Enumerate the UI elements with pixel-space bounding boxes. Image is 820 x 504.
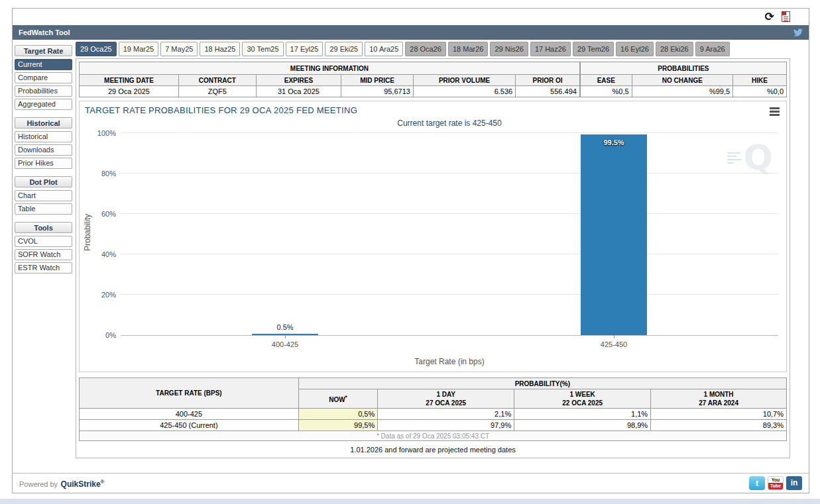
table-row: 425-450 (Current)99,5%97,9%98,9%89,3% [80,420,787,431]
meeting-info-value: ZQF5 [179,86,257,97]
table-row: %0,5%99,5%0,0 [580,86,786,97]
tab-18-mar26[interactable]: 18 Mar26 [448,42,488,56]
chart-title: TARGET RATE PROBABILITIES FOR 29 OCA 202… [85,105,357,115]
probability-cell: 97,9% [378,420,514,431]
tab-17-haz26[interactable]: 17 Haz26 [530,42,571,56]
refresh-icon[interactable]: ⟳ [765,9,774,24]
sidebar-item-downloads[interactable]: Downloads [15,144,72,156]
linkedin-social-icon[interactable]: in [786,476,802,490]
data-as-of-note: * Data as of 29 Oca 2025 03:05:43 CT [80,431,787,441]
bar-value-label: 99.5% [603,138,624,146]
tab-10-ara25[interactable]: 10 Ara25 [365,42,403,56]
col-header-contract: CONTRACT [179,75,257,86]
table-row: 400-4250,5%2,1%1,1%10,7% [80,409,787,420]
col-header-now: NOW* [298,389,378,409]
probability-value: %99,5 [632,86,732,97]
meeting-info-value: 95,6713 [341,86,414,97]
quikstrike-watermark-icon: Q [727,142,773,174]
tab-29-tem26[interactable]: 29 Tem26 [573,42,614,56]
sidebar-item-prior-hikes[interactable]: Prior Hikes [15,158,72,169]
x-tick [614,335,615,338]
info-row: MEETING INFORMATIONMEETING DATECONTRACTE… [79,62,787,97]
projected-dates-note: 1.01.2026 and forward are projected meet… [79,441,787,455]
topbar: ⟳ [13,9,809,25]
bar-value-label: 0.5% [276,323,293,331]
y-tick-label: 0% [105,331,116,339]
gridline [121,173,778,174]
col-header-ease: EASE [580,75,632,86]
col-header-1-day: 1 DAY27 OCA 2025 [378,389,514,409]
tab-19-mar25[interactable]: 19 Mar25 [119,42,158,56]
y-tick-label: 40% [101,250,116,258]
x-category-label: 425-450 [601,340,627,348]
app-header: FedWatch Tool [13,25,809,40]
sidebar-item-probabilities[interactable]: Probabilities [15,85,72,97]
sidebar-item-sofr-watch[interactable]: SOFR Watch [15,249,72,260]
tab-7-may25[interactable]: 7 May25 [160,42,198,56]
rate-range: 400-425 [80,409,299,420]
probability-cell: 0,5% [298,409,378,420]
col-header-1-month: 1 MONTH27 ARA 2024 [651,389,787,409]
col-header-hike: HIKE [733,75,787,86]
tab-17-eyl25[interactable]: 17 Eyl25 [286,42,323,56]
probability-cell: 99,5% [298,420,378,431]
tab-9-ara26[interactable]: 9 Ara26 [695,42,730,56]
sidebar-item-current[interactable]: Current [15,59,72,70]
tab-29-oca25[interactable]: 29 Oca25 [76,42,117,56]
y-tick-label: 20% [101,291,116,299]
table-row: MEETING INFORMATION [80,62,580,75]
col-header-1-week: 1 WEEK22 OCA 2025 [514,389,651,409]
col-header-prior-oi: PRIOR OI [516,75,580,86]
probability-value: %0,0 [733,86,787,97]
sidebar-section-historical: Historical [15,117,72,128]
y-tick-label: 100% [97,129,116,137]
gridline [121,213,778,214]
tab-28-eki26[interactable]: 28 Eki26 [656,42,693,56]
tab-28-oca26[interactable]: 28 Oca26 [405,42,446,56]
tab-18-haz25[interactable]: 18 Haz25 [200,42,240,56]
main-panel: MEETING INFORMATIONMEETING DATECONTRACTE… [76,58,790,458]
tab-29-nis26[interactable]: 29 Nis26 [490,42,528,56]
youtube-social-icon[interactable]: You Tube [768,476,784,490]
table-row: EASENO CHANGEHIKE [580,75,786,86]
tab-30-tem25[interactable]: 30 Tem25 [242,42,283,56]
social-links: t You Tube in [749,476,802,490]
probability-cell: 89,3% [651,420,787,431]
tab-29-eki25[interactable]: 29 Eki25 [325,42,363,56]
sidebar-item-chart[interactable]: Chart [15,190,72,201]
meeting-tabs: 29 Oca2519 Mar257 May2518 Haz2530 Tem251… [76,42,790,56]
footer: Powered by QuikStrike® t You Tube in [13,473,809,493]
gridline [121,294,778,295]
chart-bar-425-450[interactable] [581,134,647,335]
probabilities-summary-table: PROBABILITIESEASENO CHANGEHIKE%0,5%99,5%… [580,62,787,97]
probability-table: TARGET RATE (BPS)PROBABILITY(%)NOW*1 DAY… [79,378,787,441]
y-tick-label: 80% [101,170,116,177]
gridline [121,132,778,133]
sidebar-item-table[interactable]: Table [15,203,72,215]
tab-16-eyl26[interactable]: 16 Eyl26 [616,42,654,56]
table-row: MEETING DATECONTRACTEXPIRESMID PRICEPRIO… [80,75,580,86]
chart-menu-icon[interactable] [770,107,780,117]
sidebar-item-historical[interactable]: Historical [15,131,72,142]
twitter-social-icon[interactable]: t [749,476,765,490]
gridline [121,254,778,254]
pdf-export-icon[interactable] [782,11,790,22]
probability-cell: 98,9% [514,420,651,431]
twitter-icon[interactable] [793,28,803,37]
fedwatch-window: ⟳ FedWatch Tool Target RateCurrentCompar… [12,8,809,493]
probabilities-title: PROBABILITIES [580,62,786,75]
rate-header: TARGET RATE (BPS) [80,378,299,409]
sidebar-section-dot-plot: Dot Plot [15,176,72,187]
sidebar-item-aggregated[interactable]: Aggregated [15,99,72,110]
sidebar-item-compare[interactable]: Compare [15,72,72,83]
col-header-mid-price: MID PRICE [341,75,414,86]
app-title: FedWatch Tool [19,28,70,36]
probability-cell: 1,1% [514,409,651,420]
sidebar-item-cvol[interactable]: CVOL [15,236,72,247]
quikstrike-link[interactable]: QuikStrike® [61,479,105,489]
meeting-info-value: 31 Oca 2025 [256,86,341,97]
chart-subtitle: Current target rate is 425-450 [121,119,778,128]
sidebar-item-estr-watch[interactable]: ESTR Watch [15,262,72,274]
main-area: 29 Oca2519 Mar257 May2518 Haz2530 Tem251… [76,42,790,473]
sidebar-section-tools: Tools [15,222,72,233]
